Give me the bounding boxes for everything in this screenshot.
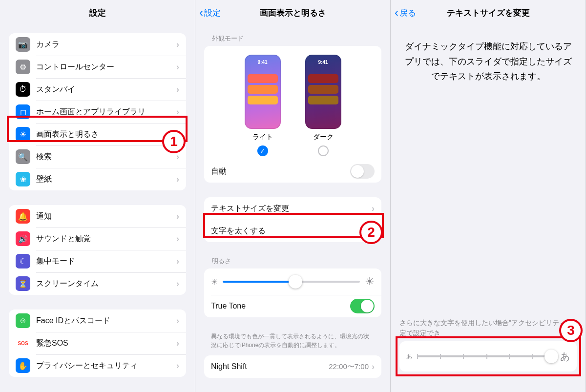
row-icon: 🔍	[16, 149, 30, 164]
chevron-right-icon: ›	[176, 40, 179, 50]
brightness-slider[interactable]	[223, 281, 360, 283]
row-icon: 🔊	[16, 231, 30, 246]
row-icon: ☾	[16, 254, 30, 268]
brightness-slider-row: ☀ ☀	[204, 268, 381, 295]
back-button[interactable]: ‹ 設定	[199, 7, 221, 19]
row-label: 検索	[36, 152, 176, 162]
settings-row[interactable]: 📷カメラ›	[9, 33, 186, 56]
sun-large-icon: ☀	[365, 275, 375, 288]
settings-row[interactable]: ☺Face IDとパスコード›	[9, 309, 186, 332]
settings-row[interactable]: ❀壁紙›	[9, 168, 186, 190]
mode-light[interactable]: 9:41 ライト ✓	[245, 55, 281, 156]
page-title: 設定	[89, 7, 106, 19]
chevron-right-icon: ›	[176, 107, 179, 117]
row-label: コントロールセンター	[36, 62, 176, 72]
chevron-right-icon: ›	[372, 204, 375, 214]
settings-group-3: ☺Face IDとパスコード›SOS緊急SOS›✋プライバシーとセキュリティ›	[9, 309, 186, 377]
settings-root-panel: 設定 📷カメラ›⚙コントロールセンター›⏱スタンバイ›◻ホーム画面とアプリライブ…	[0, 0, 195, 392]
chevron-right-icon: ›	[176, 129, 179, 140]
row-icon: ⏳	[16, 276, 30, 291]
settings-row[interactable]: 🔔通知›	[9, 205, 186, 227]
row-icon: ✋	[16, 358, 30, 373]
chevron-right-icon: ›	[176, 234, 179, 244]
text-size-slider-container: あ あ	[399, 341, 577, 371]
chevron-right-icon: ›	[176, 174, 179, 185]
row-icon: 🔔	[16, 209, 30, 224]
row-label: 通知	[36, 211, 176, 222]
chevron-right-icon: ›	[176, 152, 179, 162]
mode-dark[interactable]: 9:41 ダーク	[305, 55, 341, 156]
mode-light-radio[interactable]: ✓	[257, 145, 268, 156]
row-label: 壁紙	[36, 174, 176, 185]
appearance-group: 9:41 ライト ✓ 9:41 ダーク 自動	[204, 46, 381, 183]
row-icon: ☀	[16, 127, 30, 142]
page-title: テキストサイズを変更	[447, 7, 530, 19]
settings-row[interactable]: ✋プライバシーとセキュリティ›	[9, 354, 186, 377]
row-icon: SOS	[16, 336, 30, 351]
mode-light-label: ライト	[245, 133, 281, 142]
page-title: 画面表示と明るさ	[260, 7, 326, 19]
chevron-right-icon: ›	[372, 362, 375, 372]
row-label: スクリーンタイム	[36, 279, 176, 289]
night-shift-row[interactable]: Night Shift 22:00〜7:00 ›	[204, 355, 381, 378]
row-icon: ☺	[16, 313, 30, 328]
row-label: ホーム画面とアプリライブラリ	[36, 107, 176, 117]
settings-row[interactable]: ⚙コントロールセンター›	[9, 56, 186, 78]
nightshift-group: Night Shift 22:00〜7:00 ›	[204, 355, 381, 378]
chevron-left-icon: ‹	[395, 7, 398, 19]
auto-appearance-switch[interactable]	[350, 164, 375, 179]
row-icon: 📷	[16, 37, 30, 52]
navbar: 設定	[0, 0, 195, 25]
back-button[interactable]: ‹ 戻る	[395, 7, 416, 19]
settings-row[interactable]: 🔍検索›	[9, 145, 186, 168]
settings-row[interactable]: 🔊サウンドと触覚›	[9, 227, 186, 250]
settings-group-2: 🔔通知›🔊サウンドと触覚›☾集中モード›⏳スクリーンタイム›	[9, 205, 186, 295]
chevron-right-icon: ›	[176, 256, 179, 267]
true-tone-row: True Tone	[204, 295, 381, 317]
settings-row[interactable]: ⏳スクリーンタイム›	[9, 272, 186, 295]
settings-group-1: 📷カメラ›⚙コントロールセンター›⏱スタンバイ›◻ホーム画面とアプリライブラリ›…	[9, 33, 186, 190]
light-thumbnail: 9:41	[245, 55, 281, 129]
row-icon: ◻	[16, 104, 30, 119]
chevron-right-icon: ›	[176, 338, 179, 349]
settings-row[interactable]: SOS緊急SOS›	[9, 332, 186, 354]
row-label: Face IDとパスコード	[36, 316, 176, 326]
row-icon: ⏱	[16, 82, 30, 97]
chevron-right-icon: ›	[176, 211, 179, 222]
true-tone-switch[interactable]	[350, 299, 375, 313]
dynamic-type-description: ダイナミックタイプ機能に対応しているアプリでは、下のスライダで指定したサイズでテ…	[391, 25, 586, 98]
chevron-right-icon: ›	[176, 62, 179, 72]
row-icon: ⚙	[16, 60, 30, 74]
navbar: ‹ 設定 画面表示と明るさ	[195, 0, 390, 25]
accessibility-note: さらに大きな文字を使用したい場合"アクセシビリティ"設定で設定でき	[391, 318, 586, 341]
appearance-mode-picker: 9:41 ライト ✓ 9:41 ダーク	[204, 46, 381, 160]
text-size-slider[interactable]	[417, 355, 555, 357]
row-label: プライバシーとセキュリティ	[36, 361, 176, 371]
mode-dark-label: ダーク	[305, 133, 341, 142]
row-label: サウンドと触覚	[36, 234, 176, 244]
back-label: 戻る	[399, 7, 416, 19]
dark-thumbnail: 9:41	[305, 55, 341, 129]
text-size-row[interactable]: テキストサイズを変更 ›	[204, 197, 381, 220]
settings-row[interactable]: ◻ホーム画面とアプリライブラリ›	[9, 101, 186, 123]
mode-dark-radio[interactable]	[318, 145, 329, 156]
row-label: スタンバイ	[36, 84, 176, 95]
row-label: 集中モード	[36, 256, 176, 267]
chevron-right-icon: ›	[176, 361, 179, 371]
navbar: ‹ 戻る テキストサイズを変更	[391, 0, 586, 25]
text-group: テキストサイズを変更 › 文字を太くする	[204, 197, 381, 242]
sun-small-icon: ☀	[211, 277, 218, 287]
slider-label-small: あ	[406, 352, 412, 361]
settings-row[interactable]: ☾集中モード›	[9, 250, 186, 272]
brightness-slider-thumb[interactable]	[289, 275, 302, 289]
chevron-right-icon: ›	[176, 316, 179, 326]
chevron-right-icon: ›	[176, 84, 179, 95]
bold-text-row: 文字を太くする	[204, 220, 381, 242]
settings-row[interactable]: ⏱スタンバイ›	[9, 78, 186, 101]
brightness-group: ☀ ☀ True Tone	[204, 268, 381, 317]
settings-row[interactable]: ☀画面表示と明るさ›	[9, 123, 186, 145]
row-label: カメラ	[36, 40, 176, 50]
text-size-slider-thumb[interactable]	[544, 350, 558, 363]
appearance-header: 外観モード	[212, 34, 390, 43]
chevron-left-icon: ‹	[199, 7, 203, 19]
